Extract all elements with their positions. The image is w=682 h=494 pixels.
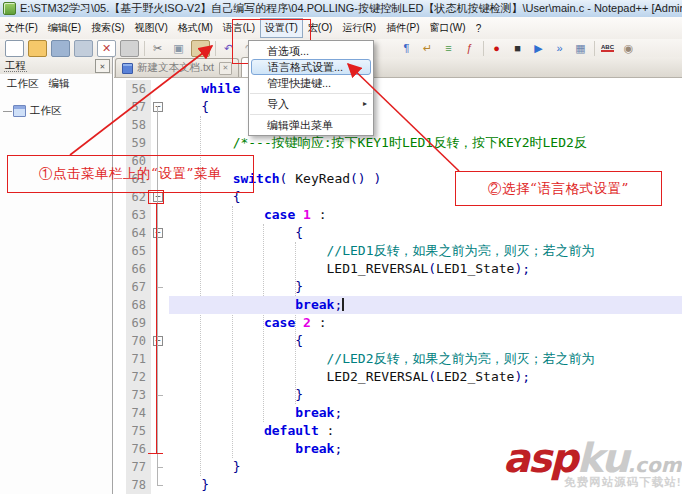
code-line[interactable]: /*---按键响应:按下KEY1时LED1反转，按下KEY2时LED2反	[169, 134, 682, 152]
fold-margin: −	[151, 332, 169, 350]
fold-collapse-icon[interactable]: −	[153, 102, 163, 112]
line-number: 75	[126, 422, 151, 440]
open-folder-icon[interactable]	[28, 40, 47, 57]
menu-edit[interactable]: 编辑(E)	[43, 18, 86, 38]
submenu-arrow-icon: ▸	[363, 96, 367, 112]
macro-save-icon[interactable]: ▦	[572, 41, 589, 56]
line-number: 69	[126, 314, 151, 332]
fold-end-tick	[157, 467, 163, 468]
code-line[interactable]	[169, 116, 682, 134]
function-list-icon[interactable]: ƒ	[461, 41, 478, 56]
menu-view[interactable]: 视图(V)	[129, 18, 172, 38]
spell-check-icon[interactable]: ABC	[599, 41, 616, 56]
code-line[interactable]: {	[169, 224, 682, 242]
menu-item-preferences[interactable]: 首选项...	[249, 43, 373, 59]
macro-record-icon[interactable]: ●	[488, 41, 505, 56]
menu-item-edit-popup-menu[interactable]: 编辑弹出菜单	[249, 117, 373, 133]
toolbar-separator	[215, 41, 216, 56]
menu-item-shortcut-mapper[interactable]: 管理快捷键...	[249, 75, 373, 91]
notepadpp-icon	[3, 2, 16, 15]
close-file-icon[interactable]: ✕	[97, 40, 116, 57]
line-number: 72	[126, 368, 151, 386]
fold-collapse-icon[interactable]: −	[153, 336, 163, 346]
annotation-fold-marker-rect	[148, 190, 164, 204]
panel-menu-workspace[interactable]: 工作区	[7, 77, 39, 89]
menu-format[interactable]: 格式(M)	[173, 18, 218, 38]
fold-margin: −	[151, 98, 169, 116]
new-file-icon[interactable]	[5, 40, 24, 57]
abc-glyph: ABC	[601, 44, 614, 52]
code-row: 64− {	[126, 224, 682, 242]
line-number: 56	[126, 80, 151, 98]
fold-margin	[151, 314, 169, 332]
workspace-tree-item[interactable]: 工作区	[0, 104, 112, 118]
code-row: 67 }	[126, 278, 682, 296]
show-symbol-icon[interactable]: ¶	[398, 41, 415, 56]
annotation-step2-text: ②选择“语言格式设置”	[488, 180, 629, 198]
code-line[interactable]: {	[169, 98, 682, 116]
fold-margin	[151, 440, 169, 458]
code-row: 70− {	[126, 332, 682, 350]
line-number: 70	[126, 332, 151, 350]
copy-icon[interactable]: ▣	[170, 41, 187, 56]
fold-margin	[151, 368, 169, 386]
code-row: 73 }	[126, 386, 682, 404]
menu-run[interactable]: 运行(R)	[337, 18, 381, 38]
menu-search[interactable]: 搜索(S)	[86, 18, 129, 38]
code-line[interactable]: break;	[169, 296, 682, 314]
code-row: 72 LED2_REVERSAL(LED2_State);	[126, 368, 682, 386]
menu-item-import[interactable]: 导入▸	[249, 96, 373, 112]
code-line[interactable]: }	[169, 386, 682, 404]
code-row: 63 case 1 :	[126, 206, 682, 224]
macro-play-icon[interactable]: ▶	[530, 41, 547, 56]
snapshot-icon[interactable]: ◉	[620, 41, 637, 56]
annotation-fold-range-line	[156, 204, 157, 453]
code-line[interactable]: LED1_REVERSAL(LED1_State);	[169, 260, 682, 278]
word-wrap-icon[interactable]: ↵	[419, 41, 436, 56]
print-icon[interactable]	[120, 40, 139, 57]
code-row: 66 LED1_REVERSAL(LED1_State);	[126, 260, 682, 278]
menu-plugins[interactable]: 插件(P)	[381, 18, 424, 38]
code-line[interactable]: LED2_REVERSAL(LED2_State);	[169, 368, 682, 386]
tab-new-document[interactable]: 新建文本文档.txt✕	[115, 58, 239, 77]
annotation-fold-range-end	[148, 453, 163, 454]
code-line[interactable]: //LED1反转，如果之前为亮，则灭；若之前为	[169, 242, 682, 260]
menu-file[interactable]: 文件(F)	[0, 18, 43, 38]
menu-window[interactable]: 窗口(W)	[425, 18, 471, 38]
panel-close-icon[interactable]: ✕	[95, 59, 110, 73]
indent-guide-icon[interactable]: ≡	[440, 41, 457, 56]
save-all-icon[interactable]	[74, 40, 93, 57]
fold-end-tick	[157, 395, 163, 396]
save-icon[interactable]	[51, 40, 70, 57]
code-line[interactable]: while	[169, 80, 682, 98]
watermark-com: .com	[628, 453, 682, 477]
line-number: 65	[126, 242, 151, 260]
menu-item-style-configurator[interactable]: 语言格式设置...	[251, 59, 371, 75]
line-number: 58	[126, 116, 151, 134]
cut-icon[interactable]: ✂	[149, 41, 166, 56]
fold-margin: −	[151, 224, 169, 242]
project-panel-header: 工程 ✕	[0, 57, 112, 74]
code-line[interactable]: case 1 :	[169, 206, 682, 224]
line-number: 78	[126, 476, 151, 494]
code-line[interactable]: }	[169, 278, 682, 296]
line-number: 66	[126, 260, 151, 278]
fold-margin	[151, 206, 169, 224]
macro-stop-icon[interactable]: ■	[509, 41, 526, 56]
code-line[interactable]: //LED2反转，如果之前为亮，则灭；若之前为	[169, 350, 682, 368]
code-row: 58	[126, 116, 682, 134]
tab-close-icon[interactable]: ✕	[219, 62, 232, 75]
paste-icon[interactable]	[191, 40, 210, 57]
fold-collapse-icon[interactable]: −	[153, 228, 163, 238]
menu-help[interactable]: ?	[471, 20, 487, 37]
code-line[interactable]: {	[169, 332, 682, 350]
code-row: 68 break;	[126, 296, 682, 314]
panel-menu-edit[interactable]: 编辑	[48, 77, 69, 89]
code-line[interactable]: case 2 :	[169, 314, 682, 332]
macro-run-multiple-icon[interactable]: »	[551, 41, 568, 56]
code-line[interactable]: break;	[169, 404, 682, 422]
line-number: 63	[126, 206, 151, 224]
toolbar-separator	[594, 41, 595, 56]
toolbar-separator	[144, 41, 145, 56]
code-row: 56 while	[126, 80, 682, 98]
